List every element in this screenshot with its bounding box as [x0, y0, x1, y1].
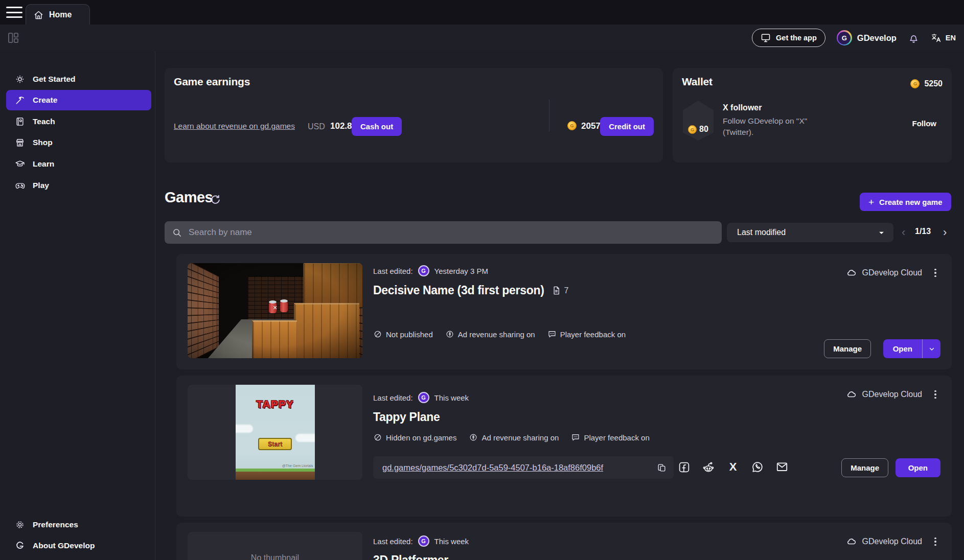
- x-twitter-icon[interactable]: X: [726, 460, 740, 474]
- storage-label: GDevelop Cloud: [862, 390, 922, 399]
- open-button[interactable]: Open: [896, 458, 940, 477]
- translate-icon: [931, 33, 942, 43]
- badge-credits-value: 80: [699, 125, 708, 134]
- profile-button[interactable]: G GDevelop: [837, 30, 897, 45]
- tag-label: Hidden on gd.games: [386, 433, 456, 442]
- sidebar: Get Started Create Teach Shop: [0, 51, 155, 560]
- home-icon: [33, 10, 44, 20]
- notifications-bell-icon[interactable]: [908, 32, 920, 44]
- gamepad-icon: [14, 180, 26, 191]
- divider: [549, 100, 549, 131]
- next-page-icon[interactable]: ›: [943, 225, 947, 241]
- cloud-icon: [846, 536, 857, 547]
- sun-icon: [14, 74, 26, 84]
- sidebar-item-about-gdevelop[interactable]: About GDevelop: [6, 535, 151, 556]
- task-desc-line1: Follow GDevelop on "X": [723, 116, 807, 126]
- last-edited-value: This week: [434, 393, 469, 402]
- game-card: TAPPY Start @The Gem Ltorials Last edite…: [176, 376, 952, 517]
- sidebar-item-preferences[interactable]: Preferences: [6, 515, 151, 535]
- sidebar-item-get-started[interactable]: Get Started: [6, 69, 151, 89]
- graduation-cap-icon: [14, 159, 26, 169]
- monitor-icon: [761, 33, 771, 43]
- refresh-icon[interactable]: [210, 194, 221, 206]
- facebook-icon[interactable]: [677, 460, 691, 474]
- game-title: Tappy Plane: [373, 410, 440, 424]
- wallet-balance-value: 5250: [924, 79, 943, 88]
- thumb-watermark: @The Gem Ltorials: [282, 464, 313, 468]
- tab-home[interactable]: Home: [26, 4, 90, 25]
- storefront-icon: [14, 137, 26, 148]
- game-thumbnail-placeholder: No thumbnail: [188, 532, 362, 560]
- open-button[interactable]: Open: [883, 339, 922, 358]
- copy-icon[interactable]: [657, 463, 667, 473]
- gear-icon: [14, 520, 26, 530]
- avatar: G: [418, 265, 429, 276]
- sidebar-label: Play: [33, 181, 49, 190]
- sidebar-item-create[interactable]: Create: [6, 90, 151, 110]
- sidebar-label: Learn: [33, 159, 54, 169]
- tag-label: Not published: [386, 330, 433, 339]
- plus-icon: +: [868, 197, 874, 207]
- sidebar-item-teach[interactable]: Teach: [6, 111, 151, 132]
- sidebar-item-shop[interactable]: Shop: [6, 132, 151, 153]
- get-the-app-button[interactable]: Get the app: [752, 29, 825, 47]
- create-new-game-button[interactable]: + Create new game: [860, 193, 951, 211]
- sort-value: Last modified: [737, 228, 786, 237]
- document-icon: [552, 286, 561, 295]
- open-button-split[interactable]: Open: [883, 339, 940, 358]
- language-selector[interactable]: EN: [931, 33, 956, 43]
- sidebar-label: About GDevelop: [33, 541, 95, 550]
- previous-page-icon[interactable]: ‹: [902, 225, 905, 241]
- toolbar: Get the app G GDevelop EN: [0, 25, 964, 51]
- sidebar-label: Create: [33, 96, 57, 105]
- sidebar-item-learn[interactable]: Learn: [6, 154, 151, 174]
- sidebar-label: Shop: [33, 138, 53, 147]
- coin-icon: G: [688, 125, 697, 134]
- game-title: 3D Platformer: [373, 553, 448, 560]
- follow-button[interactable]: Follow: [912, 119, 937, 128]
- wallet-panel: Wallet G 5250 G 80 X follower Follow GDe…: [673, 68, 952, 162]
- revenue-link[interactable]: Learn about revenue on gd.games: [174, 122, 295, 131]
- tab-home-label: Home: [49, 10, 72, 19]
- sidebar-item-play[interactable]: Play: [6, 175, 151, 196]
- currency-label: USD: [308, 122, 325, 131]
- tab-bar: Home: [0, 0, 964, 25]
- last-edited-label: Last edited:: [373, 267, 413, 275]
- game-title-row: Tappy Plane: [373, 410, 440, 424]
- game-thumbnail: TAPPY Start @The Gem Ltorials: [188, 385, 362, 480]
- coin-icon: G: [910, 79, 920, 88]
- kebab-menu-icon[interactable]: [930, 267, 940, 278]
- email-icon[interactable]: [775, 460, 789, 474]
- sidebar-label: Teach: [33, 117, 55, 126]
- cloud-icon: [846, 389, 857, 400]
- search-input[interactable]: [189, 227, 715, 238]
- manage-button[interactable]: Manage: [841, 458, 888, 477]
- project-manager-icon[interactable]: [7, 32, 19, 44]
- game-url-link[interactable]: gd.games/games/5c302d7d-5a59-4507-b16a-1…: [382, 463, 603, 473]
- manage-button[interactable]: Manage: [824, 339, 871, 358]
- reddit-icon[interactable]: [702, 460, 715, 474]
- no-thumbnail-label: No thumbnail: [188, 553, 362, 560]
- search-bar: [165, 221, 722, 244]
- player-feedback-tag: Player feedback on: [571, 433, 649, 442]
- sort-dropdown[interactable]: Last modified: [727, 223, 893, 242]
- versions-count: 7: [564, 286, 569, 295]
- coin-icon: G: [567, 121, 577, 130]
- last-edited-value: This week: [434, 537, 469, 546]
- credit-out-button[interactable]: Credit out: [600, 117, 654, 136]
- cash-out-button[interactable]: Cash out: [352, 117, 402, 136]
- sidebar-label: Get Started: [33, 75, 76, 84]
- tag-label: Ad revenue sharing on: [481, 433, 559, 442]
- get-the-app-label: Get the app: [776, 34, 817, 42]
- tag-label: Player feedback on: [584, 433, 649, 442]
- task-desc-line2: (Twitter).: [723, 128, 753, 137]
- whatsapp-icon[interactable]: [751, 460, 764, 474]
- menu-icon[interactable]: [6, 7, 22, 18]
- speech-bubble-icon: [547, 330, 557, 339]
- open-dropdown-chevron[interactable]: [922, 339, 940, 358]
- kebab-menu-icon[interactable]: [930, 536, 940, 547]
- gdevelop-logo: G: [837, 30, 852, 45]
- kebab-menu-icon[interactable]: [930, 389, 940, 400]
- last-edited-label: Last edited:: [373, 537, 413, 546]
- tag-label: Ad revenue sharing on: [458, 330, 535, 339]
